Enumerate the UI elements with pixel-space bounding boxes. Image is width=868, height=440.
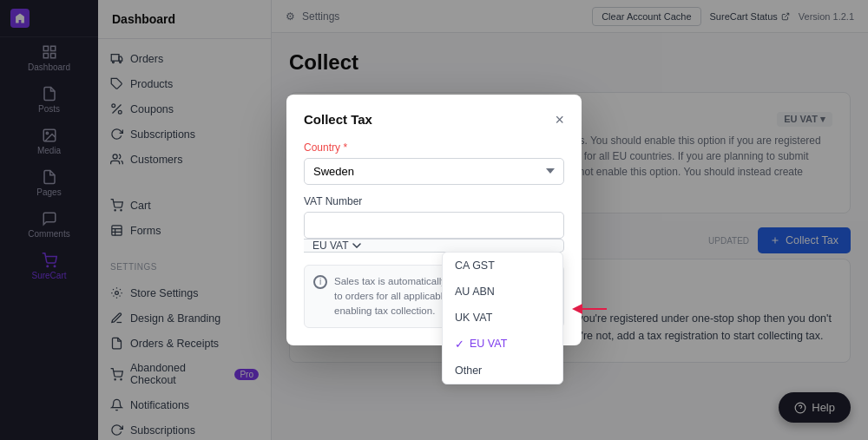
dropdown-item-uk-vat[interactable]: UK VAT [443, 305, 562, 331]
vat-number-group: VAT Number EU VAT CA GST AU ABN [304, 195, 564, 253]
modal-overlay[interactable]: Collect Tax × Country * Sweden VAT Numbe… [0, 0, 868, 440]
dropdown-item-label: Other [455, 364, 482, 377]
required-marker: * [343, 141, 347, 154]
dropdown-item-au-abn[interactable]: AU ABN [443, 279, 562, 305]
dropdown-item-label: EU VAT [470, 338, 507, 350]
chevron-down-icon [352, 243, 361, 248]
modal-title: Collect Tax [304, 112, 372, 127]
country-label: Country * [304, 141, 564, 154]
modal-header: Collect Tax × [304, 112, 564, 128]
vat-type-label: EU VAT [312, 240, 349, 252]
vat-type-dropdown-trigger[interactable]: EU VAT CA GST AU ABN UK VAT [304, 239, 564, 253]
vat-input-wrapper: EU VAT CA GST AU ABN UK VAT [304, 212, 564, 253]
vat-label: VAT Number [304, 195, 564, 207]
vat-number-input[interactable] [304, 212, 564, 239]
dropdown-item-ca-gst[interactable]: CA GST [443, 253, 562, 279]
collect-tax-modal: Collect Tax × Country * Sweden VAT Numbe… [286, 95, 582, 346]
dropdown-item-label: CA GST [455, 259, 495, 272]
vat-type-dropdown-menu: CA GST AU ABN UK VAT EU VAT Other [442, 252, 563, 384]
red-arrow [572, 300, 607, 318]
modal-close-button[interactable]: × [555, 112, 564, 128]
country-select[interactable]: Sweden [304, 158, 564, 185]
dropdown-item-other[interactable]: Other [443, 358, 562, 384]
dropdown-item-label: AU ABN [455, 286, 495, 298]
dropdown-item-eu-vat[interactable]: EU VAT [443, 331, 562, 358]
info-icon: i [313, 275, 327, 289]
dropdown-item-label: UK VAT [455, 312, 492, 324]
